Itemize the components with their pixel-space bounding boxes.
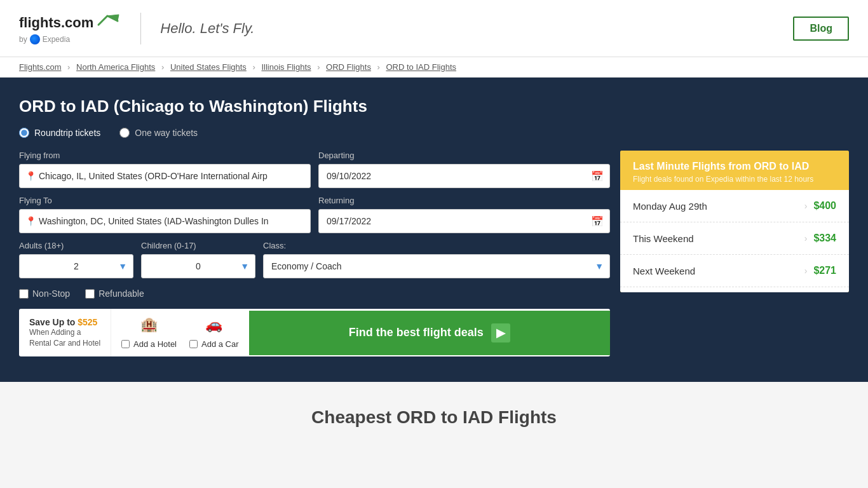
ticket-type-group: Roundtrip tickets One way tickets bbox=[19, 128, 849, 138]
sidebar-deal-label-0: Monday Aug 29th bbox=[633, 201, 798, 212]
expedia-text: Expedia bbox=[43, 35, 70, 44]
sidebar-bottom-space bbox=[620, 287, 849, 292]
search-arrow-icon: ▶ bbox=[491, 323, 510, 342]
breadcrumb-item-flights[interactable]: Flights.com bbox=[19, 62, 61, 72]
breadcrumb-sep-1: › bbox=[67, 62, 70, 72]
refundable-checkbox-label[interactable]: Refundable bbox=[85, 288, 144, 299]
save-search-row: Save Up to $525 When Adding a Rental Car… bbox=[19, 309, 610, 356]
logo-expedia: by Expedia bbox=[19, 34, 70, 44]
add-options: 🏨 Add a Hotel 🚗 Add a Car bbox=[111, 309, 248, 356]
nonstop-checkbox-label[interactable]: Non-Stop bbox=[19, 288, 70, 299]
adults-group: Adults (18+) 1 2 3 4 ▼ bbox=[19, 241, 133, 278]
dropdowns-row: Adults (18+) 1 2 3 4 ▼ Children (0-17) bbox=[19, 241, 610, 278]
roundtrip-radio[interactable] bbox=[19, 128, 29, 138]
logo-text: flights.com bbox=[19, 12, 121, 33]
breadcrumb-sep-3: › bbox=[253, 62, 255, 72]
car-icon: 🚗 bbox=[205, 316, 222, 333]
breadcrumb-item-north-america[interactable]: North America Flights bbox=[76, 62, 155, 72]
breadcrumb-item-us[interactable]: United States Flights bbox=[170, 62, 247, 72]
sidebar-deal-0[interactable]: Monday Aug 29th › $400 bbox=[620, 190, 849, 222]
adults-label: Adults (18+) bbox=[19, 241, 133, 250]
search-sidebar-layout: Flying from 📍 Departing 📅 bbox=[19, 151, 849, 356]
class-select-wrapper: Economy / Coach Business First Class ▼ bbox=[263, 254, 610, 278]
sidebar-deal-arrow-2: › bbox=[804, 266, 808, 276]
pin-icon-to: 📍 bbox=[25, 216, 36, 226]
departing-input[interactable] bbox=[318, 164, 610, 188]
flying-from-input[interactable] bbox=[19, 164, 311, 188]
returning-wrapper: 📅 bbox=[318, 209, 610, 233]
sidebar-deal-price-0: $400 bbox=[813, 200, 836, 212]
bottom-title: Cheapest ORD to IAD Flights bbox=[19, 407, 849, 428]
sidebar-title: Last Minute Flights from ORD to IAD bbox=[633, 161, 836, 172]
sidebar-deal-label-1: This Weekend bbox=[633, 233, 798, 244]
add-car-row: Add a Car bbox=[189, 339, 239, 349]
checkboxes-row: Non-Stop Refundable bbox=[19, 288, 610, 299]
add-car-option: 🚗 Add a Car bbox=[189, 316, 239, 349]
oneway-label: One way tickets bbox=[135, 128, 198, 138]
oneway-radio[interactable] bbox=[119, 128, 130, 138]
returning-input[interactable] bbox=[318, 209, 610, 233]
flying-from-wrapper: 📍 bbox=[19, 164, 311, 188]
sidebar-deal-1[interactable]: This Weekend › $334 bbox=[620, 222, 849, 255]
class-label: Class: bbox=[263, 241, 610, 250]
refundable-checkbox[interactable] bbox=[85, 289, 95, 299]
form-row-2: Flying To 📍 Returning 📅 bbox=[19, 196, 610, 233]
search-form: Flying from 📍 Departing 📅 bbox=[19, 151, 610, 356]
add-hotel-checkbox[interactable] bbox=[121, 340, 130, 348]
departing-wrapper: 📅 bbox=[318, 164, 610, 188]
search-button-label: Find the best flight deals bbox=[349, 326, 484, 339]
sidebar-deal-arrow-1: › bbox=[804, 233, 808, 243]
sidebar-header: Last Minute Flights from ORD to IAD Flig… bbox=[620, 151, 849, 190]
roundtrip-label: Roundtrip tickets bbox=[34, 128, 100, 138]
blog-button[interactable]: Blog bbox=[793, 17, 849, 41]
breadcrumb-item-illinois[interactable]: Illinois Flights bbox=[261, 62, 311, 72]
calendar-icon-departing: 📅 bbox=[591, 170, 604, 182]
header-divider bbox=[140, 13, 141, 44]
class-select[interactable]: Economy / Coach Business First Class bbox=[263, 254, 610, 278]
expedia-globe-icon bbox=[30, 34, 40, 44]
flying-from-label: Flying from bbox=[19, 151, 311, 160]
refundable-label: Refundable bbox=[98, 288, 144, 299]
by-text: by bbox=[19, 35, 27, 44]
sidebar-deal-price-1: $334 bbox=[813, 233, 836, 244]
breadcrumb-item-ord[interactable]: ORD Flights bbox=[326, 62, 371, 72]
add-car-checkbox[interactable] bbox=[189, 340, 198, 348]
form-row-1: Flying from 📍 Departing 📅 bbox=[19, 151, 610, 188]
sidebar-deal-price-2: $271 bbox=[813, 265, 836, 276]
adults-select-wrapper: 1 2 3 4 ▼ bbox=[19, 254, 133, 278]
oneway-radio-label[interactable]: One way tickets bbox=[119, 128, 198, 138]
search-button[interactable]: Find the best flight deals ▶ bbox=[249, 311, 610, 355]
breadcrumb: Flights.com › North America Flights › Un… bbox=[0, 57, 868, 78]
logo-flights-text: flights.com bbox=[19, 15, 93, 31]
returning-label: Returning bbox=[318, 196, 610, 205]
nonstop-checkbox[interactable] bbox=[19, 289, 29, 299]
save-section: Save Up to $525 When Adding a Rental Car… bbox=[19, 309, 111, 356]
bottom-section: Cheapest ORD to IAD Flights bbox=[0, 382, 868, 453]
logo: flights.com by Expedia bbox=[19, 12, 121, 44]
save-amount: $525 bbox=[78, 317, 97, 327]
sidebar-deal-arrow-0: › bbox=[804, 201, 808, 211]
nonstop-label: Non-Stop bbox=[32, 288, 70, 299]
children-group: Children (0-17) 0 1 2 3 ▼ bbox=[141, 241, 255, 278]
add-hotel-option: 🏨 Add a Hotel bbox=[121, 316, 177, 349]
header-tagline: Hello. Let's Fly. bbox=[160, 20, 254, 37]
breadcrumb-item-ord-iad[interactable]: ORD to IAD Flights bbox=[386, 62, 456, 72]
adults-select[interactable]: 1 2 3 4 bbox=[19, 254, 133, 278]
add-hotel-label: Add a Hotel bbox=[133, 339, 177, 349]
roundtrip-radio-label[interactable]: Roundtrip tickets bbox=[19, 128, 100, 138]
children-select-wrapper: 0 1 2 3 ▼ bbox=[141, 254, 255, 278]
flying-to-input[interactable] bbox=[19, 209, 311, 233]
add-hotel-row: Add a Hotel bbox=[121, 339, 177, 349]
class-group: Class: Economy / Coach Business First Cl… bbox=[263, 241, 610, 278]
breadcrumb-sep-2: › bbox=[161, 62, 164, 72]
sidebar-subtitle: Flight deals found on Expedia within the… bbox=[633, 175, 836, 184]
sidebar-deal-2[interactable]: Next Weekend › $271 bbox=[620, 255, 849, 287]
save-up-to-text: Save Up to bbox=[29, 317, 75, 327]
breadcrumb-sep-4: › bbox=[317, 62, 320, 72]
children-label: Children (0-17) bbox=[141, 241, 255, 250]
children-select[interactable]: 0 1 2 3 bbox=[141, 254, 255, 278]
page-title: ORD to IAD (Chicago to Washington) Fligh… bbox=[19, 97, 849, 116]
calendar-icon-returning: 📅 bbox=[591, 215, 604, 227]
flying-to-group: Flying To 📍 bbox=[19, 196, 311, 233]
returning-group: Returning 📅 bbox=[318, 196, 610, 233]
